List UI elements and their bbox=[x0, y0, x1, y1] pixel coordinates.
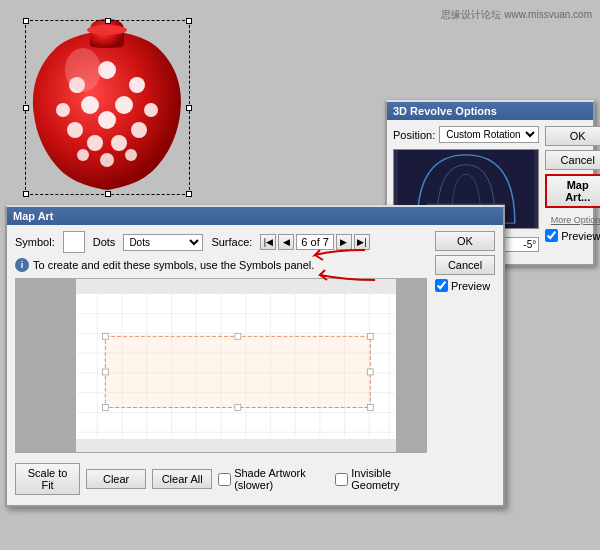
position-label: Position: bbox=[393, 129, 435, 141]
svg-rect-49 bbox=[367, 405, 373, 411]
shade-artwork-checkbox[interactable] bbox=[218, 473, 231, 486]
svg-rect-44 bbox=[367, 333, 373, 339]
position-select[interactable]: Custom Rotation bbox=[439, 126, 539, 143]
surface-label: Surface: bbox=[211, 236, 252, 248]
svg-rect-41 bbox=[105, 336, 370, 407]
handle-tl[interactable] bbox=[23, 18, 29, 24]
revolve-title-bar: 3D Revolve Options bbox=[387, 102, 593, 120]
info-text: To create and edit these symbols, use th… bbox=[33, 259, 314, 271]
handle-tr[interactable] bbox=[186, 18, 192, 24]
svg-rect-48 bbox=[235, 405, 241, 411]
map-preview-row: Preview bbox=[435, 279, 495, 292]
more-options-text: More Options bbox=[545, 214, 600, 225]
preview-label: Preview bbox=[561, 230, 600, 242]
info-icon: i bbox=[15, 258, 29, 272]
preview-row: Preview bbox=[545, 229, 600, 242]
handle-mr[interactable] bbox=[186, 105, 192, 111]
symbol-preview bbox=[63, 231, 85, 253]
clear-all-button[interactable]: Clear All bbox=[152, 469, 212, 489]
map-art-button[interactable]: Map Art... bbox=[545, 174, 600, 208]
map-cancel-button[interactable]: Cancel bbox=[435, 255, 495, 275]
map-canvas bbox=[15, 278, 427, 453]
svg-rect-42 bbox=[102, 333, 108, 339]
svg-rect-45 bbox=[102, 369, 108, 375]
scale-to-fit-button[interactable]: Scale to Fit bbox=[15, 463, 80, 495]
vase-container bbox=[15, 15, 200, 200]
map-preview-checkbox[interactable] bbox=[435, 279, 448, 292]
map-art-dialog: Map Art Symbol: Dots Dots Surface: |◀ ◀ … bbox=[5, 205, 505, 507]
svg-rect-46 bbox=[367, 369, 373, 375]
handle-bl[interactable] bbox=[23, 191, 29, 197]
angle-input[interactable]: -5° bbox=[499, 237, 539, 252]
canvas-area bbox=[0, 0, 320, 220]
handle-bc[interactable] bbox=[105, 191, 111, 197]
map-ok-button[interactable]: OK bbox=[435, 231, 495, 251]
ok-button[interactable]: OK bbox=[545, 126, 600, 146]
svg-rect-43 bbox=[235, 333, 241, 339]
shade-artwork-label: Shade Artwork (slower) bbox=[218, 467, 329, 491]
handle-ml[interactable] bbox=[23, 105, 29, 111]
symbol-label: Symbol: bbox=[15, 236, 55, 248]
map-art-title-bar: Map Art bbox=[7, 207, 503, 225]
clear-button[interactable]: Clear bbox=[86, 469, 146, 489]
handle-tc[interactable] bbox=[105, 18, 111, 24]
map-art-right: OK Cancel Preview bbox=[435, 231, 495, 499]
map-bottom-bar: Scale to Fit Clear Clear All Shade Artwo… bbox=[15, 459, 427, 499]
map-preview-label: Preview bbox=[451, 280, 490, 292]
more-options-link[interactable]: More Options bbox=[551, 215, 600, 225]
red-arrow-annotations bbox=[285, 235, 405, 295]
symbol-name: Dots bbox=[93, 236, 116, 248]
nav-first-btn[interactable]: |◀ bbox=[260, 234, 276, 250]
invisible-geometry-checkbox[interactable] bbox=[335, 473, 348, 486]
svg-rect-47 bbox=[102, 405, 108, 411]
watermark: 思缘设计论坛 www.missvuan.com bbox=[441, 8, 592, 22]
preview-checkbox[interactable] bbox=[545, 229, 558, 242]
cancel-button[interactable]: Cancel bbox=[545, 150, 600, 170]
vase-selection-box bbox=[25, 20, 190, 195]
handle-br[interactable] bbox=[186, 191, 192, 197]
symbol-dropdown[interactable]: Dots bbox=[123, 234, 203, 251]
invisible-geometry-label: Invisible Geometry bbox=[335, 467, 427, 491]
grid-svg bbox=[16, 279, 426, 452]
